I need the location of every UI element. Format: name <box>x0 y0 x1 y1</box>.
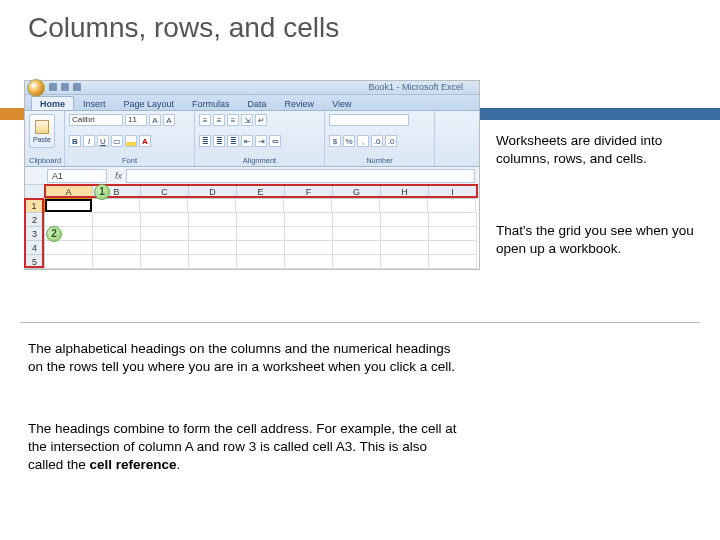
fill-color-button[interactable] <box>125 135 137 147</box>
qat-undo-icon[interactable] <box>61 83 69 91</box>
cell[interactable] <box>285 255 333 269</box>
decrease-indent-icon[interactable]: ⇤ <box>241 135 253 147</box>
decrease-decimal-icon[interactable]: .0 <box>385 135 397 147</box>
column-header-e[interactable]: E <box>237 185 285 199</box>
cell[interactable] <box>381 241 429 255</box>
merge-center-icon[interactable]: ⇔ <box>269 135 281 147</box>
cell[interactable] <box>141 241 189 255</box>
cell[interactable] <box>45 213 93 227</box>
cell[interactable] <box>141 227 189 241</box>
decrease-font-icon[interactable]: A <box>163 114 175 126</box>
cell[interactable] <box>189 255 237 269</box>
cell[interactable] <box>237 255 285 269</box>
cell[interactable] <box>333 213 381 227</box>
number-format-selector[interactable] <box>329 114 409 126</box>
column-header-i[interactable]: I <box>429 185 477 199</box>
wrap-text-icon[interactable]: ↵ <box>255 114 267 126</box>
cell[interactable] <box>333 241 381 255</box>
cell[interactable] <box>189 213 237 227</box>
cell[interactable] <box>285 241 333 255</box>
cell[interactable] <box>284 199 332 213</box>
cell[interactable] <box>237 227 285 241</box>
underline-button[interactable]: U <box>97 135 109 147</box>
tab-formulas[interactable]: Formulas <box>183 96 239 110</box>
cell[interactable] <box>429 241 477 255</box>
align-bottom-icon[interactable]: ≡ <box>227 114 239 126</box>
increase-indent-icon[interactable]: ⇥ <box>255 135 267 147</box>
column-header-f[interactable]: F <box>285 185 333 199</box>
cell[interactable] <box>141 255 189 269</box>
cell[interactable] <box>429 255 477 269</box>
column-header-h[interactable]: H <box>381 185 429 199</box>
bold-button[interactable]: B <box>69 135 81 147</box>
cell[interactable] <box>237 241 285 255</box>
office-button-icon[interactable] <box>27 79 45 97</box>
cell[interactable] <box>381 213 429 227</box>
cell[interactable] <box>140 199 188 213</box>
orientation-icon[interactable]: ⇲ <box>241 114 253 126</box>
column-header-c[interactable]: C <box>141 185 189 199</box>
tab-home[interactable]: Home <box>31 96 74 110</box>
percent-icon[interactable]: % <box>343 135 355 147</box>
tab-insert[interactable]: Insert <box>74 96 115 110</box>
cell[interactable] <box>92 199 140 213</box>
cell[interactable] <box>45 255 93 269</box>
cell[interactable] <box>188 199 236 213</box>
align-center-icon[interactable]: ≣ <box>213 135 225 147</box>
align-right-icon[interactable]: ≣ <box>227 135 239 147</box>
column-header-g[interactable]: G <box>333 185 381 199</box>
qat-save-icon[interactable] <box>49 83 57 91</box>
comma-icon[interactable]: , <box>357 135 369 147</box>
cell[interactable] <box>381 255 429 269</box>
column-header-d[interactable]: D <box>189 185 237 199</box>
formula-bar[interactable] <box>126 169 475 183</box>
quick-access-toolbar[interactable] <box>49 83 81 91</box>
row-header-1[interactable]: 1 <box>25 199 45 213</box>
currency-icon[interactable]: $ <box>329 135 341 147</box>
row-header-4[interactable]: 4 <box>25 241 45 255</box>
cell[interactable] <box>381 227 429 241</box>
row-header-2[interactable]: 2 <box>25 213 45 227</box>
tab-data[interactable]: Data <box>239 96 276 110</box>
tab-view[interactable]: View <box>323 96 360 110</box>
font-size-selector[interactable]: 11 <box>125 114 147 126</box>
cell[interactable] <box>236 199 284 213</box>
cell[interactable] <box>93 213 141 227</box>
cell[interactable] <box>93 227 141 241</box>
cell[interactable] <box>189 227 237 241</box>
cell[interactable] <box>380 199 428 213</box>
cell[interactable] <box>189 241 237 255</box>
cell[interactable] <box>285 213 333 227</box>
italic-button[interactable]: I <box>83 135 95 147</box>
cell[interactable] <box>285 227 333 241</box>
font-name-selector[interactable]: Calibri <box>69 114 123 126</box>
paste-button[interactable]: Paste <box>29 114 55 148</box>
row-header-5[interactable]: 5 <box>25 255 45 269</box>
align-middle-icon[interactable]: ≡ <box>213 114 225 126</box>
cell-a1[interactable] <box>45 199 92 212</box>
cell[interactable] <box>141 213 189 227</box>
cell[interactable] <box>429 213 477 227</box>
increase-decimal-icon[interactable]: .0 <box>371 135 383 147</box>
cell[interactable] <box>45 241 93 255</box>
fx-icon[interactable]: fx <box>115 171 122 181</box>
row-header-3[interactable]: 3 <box>25 227 45 241</box>
align-top-icon[interactable]: ≡ <box>199 114 211 126</box>
cell[interactable] <box>333 255 381 269</box>
tab-review[interactable]: Review <box>276 96 324 110</box>
select-all-corner[interactable] <box>25 185 45 199</box>
font-color-button[interactable]: A <box>139 135 151 147</box>
border-button[interactable]: ▭ <box>111 135 123 147</box>
tab-page-layout[interactable]: Page Layout <box>115 96 184 110</box>
align-left-icon[interactable]: ≣ <box>199 135 211 147</box>
cell[interactable] <box>237 213 285 227</box>
qat-redo-icon[interactable] <box>73 83 81 91</box>
column-header-a[interactable]: A <box>45 185 93 199</box>
increase-font-icon[interactable]: A <box>149 114 161 126</box>
cell[interactable] <box>93 255 141 269</box>
cell[interactable] <box>333 227 381 241</box>
name-box[interactable]: A1 <box>47 169 107 183</box>
cell[interactable] <box>428 199 476 213</box>
cell[interactable] <box>332 199 380 213</box>
cell[interactable] <box>93 241 141 255</box>
